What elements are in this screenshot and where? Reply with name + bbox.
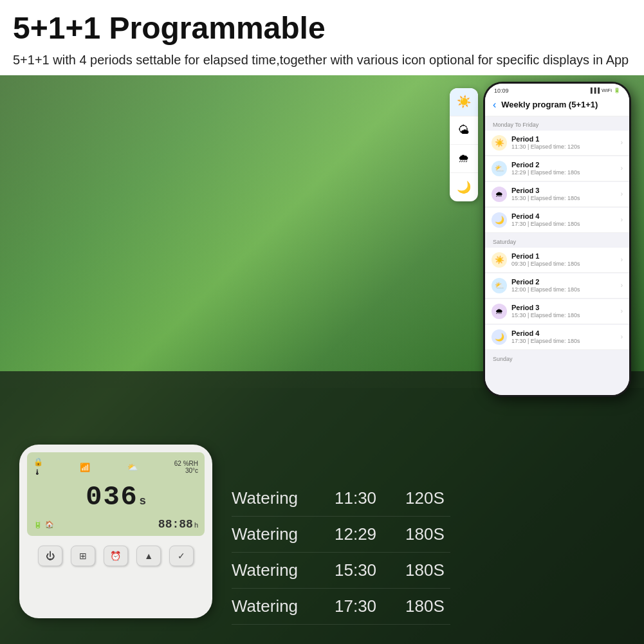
screen-s-unit: s xyxy=(140,494,146,508)
schedule-label-3: Watering xyxy=(232,596,315,616)
phone-back-button[interactable]: ‹ xyxy=(493,99,496,111)
period-name-1-3: Period 4 xyxy=(511,329,616,337)
main-title: 5+1+1 Programmable xyxy=(13,12,631,46)
period-time-1-2: 15:30 | Elapsed time: 180s xyxy=(511,312,616,318)
period-chevron-1-3: › xyxy=(621,333,623,340)
humidity-display: 62 %RH xyxy=(174,460,198,467)
device-btn-menu[interactable]: ⊞ xyxy=(71,546,95,566)
period-name-0-2: Period 3 xyxy=(511,187,616,194)
period-chevron-0-3: › xyxy=(621,216,623,223)
time-h-unit: h xyxy=(194,521,198,529)
page-wrapper: 5+1+1 Programmable 5+1+1 with 4 periods … xyxy=(0,0,644,644)
sub-title: 5+1+1 with 4 periods settable for elapse… xyxy=(13,51,631,69)
period-time-0-2: 15:30 | Elapsed time: 180s xyxy=(511,195,616,201)
schedule-label-2: Watering xyxy=(232,560,315,580)
schedule-duration-2: 180S xyxy=(405,560,450,580)
phone-period-item-1-1[interactable]: ⛅ Period 2 12:00 | Elapsed time: 180s › xyxy=(485,273,629,299)
schedule-row-3: Watering 17:30 180S xyxy=(232,589,450,625)
period-time-0-1: 12:29 | Elapsed time: 180s xyxy=(511,169,616,176)
period-info-1-1: Period 2 12:00 | Elapsed time: 180s xyxy=(511,278,616,293)
temp-icon: 🌡 xyxy=(33,468,43,477)
period-chevron-1-1: › xyxy=(621,282,623,289)
top-text-section: 5+1+1 Programmable 5+1+1 with 4 periods … xyxy=(0,0,644,75)
battery-row: 🔋 🏠 xyxy=(33,520,54,529)
period-time-1-1: 12:00 | Elapsed time: 180s xyxy=(511,286,616,293)
phone-container: 10:09 ▐▐▐ WiFi 🔋 ‹ Weekly program (5+1+1… xyxy=(483,82,631,397)
icon-strip-item-0[interactable]: ☀️ xyxy=(450,88,478,116)
phone-status-bar: 10:09 ▐▐▐ WiFi 🔋 xyxy=(485,84,629,95)
period-time-1-3: 17:30 | Elapsed time: 180s xyxy=(511,338,616,344)
phone-period-item-0-3[interactable]: 🌙 Period 4 17:30 | Elapsed time: 180s › xyxy=(485,208,629,233)
signal-icon: ▐▐▐ xyxy=(589,87,600,93)
schedule-time-3: 17:30 xyxy=(335,596,386,616)
device-btn-confirm[interactable]: ✓ xyxy=(169,546,194,566)
device-btn-up[interactable]: ▲ xyxy=(136,546,161,566)
phone-period-item-0-2[interactable]: 🌧 Period 3 15:30 | Elapsed time: 180s › xyxy=(485,182,629,207)
period-info-0-2: Period 3 15:30 | Elapsed time: 180s xyxy=(511,187,616,201)
device-body: 🔒 🌡 📶 ⛅ 62 %RH 30°c 036 s xyxy=(19,445,212,618)
icon-strip-item-1[interactable]: 🌤 xyxy=(450,116,478,145)
period-time-0-0: 11:30 | Elapsed time: 120s xyxy=(511,143,616,150)
schedule-row-1: Watering 12:29 180S xyxy=(232,517,450,553)
period-name-1-1: Period 2 xyxy=(511,278,616,286)
period-name-1-0: Period 1 xyxy=(511,252,616,260)
period-info-1-3: Period 4 17:30 | Elapsed time: 180s xyxy=(511,329,616,344)
screen-bottom-row: 🔋 🏠 88:88 h xyxy=(33,518,198,531)
phone-time: 10:09 xyxy=(494,87,509,94)
screen-number: 036 xyxy=(86,482,138,513)
period-icon-0-1: ⛅ xyxy=(492,161,507,176)
period-icon-0-2: 🌧 xyxy=(492,187,507,202)
cloud-icon: ⛅ xyxy=(127,463,138,472)
period-info-1-0: Period 1 09:30 | Elapsed time: 180s xyxy=(511,252,616,267)
period-info-1-2: Period 3 15:30 | Elapsed time: 180s xyxy=(511,304,616,318)
phone-period-item-1-3[interactable]: 🌙 Period 4 17:30 | Elapsed time: 180s › xyxy=(485,325,629,350)
period-icon-1-0: ☀️ xyxy=(492,252,507,268)
period-name-1-2: Period 3 xyxy=(511,304,616,311)
phone-nav: ‹ Weekly program (5+1+1) xyxy=(493,99,621,111)
phone-header-title: Weekly program (5+1+1) xyxy=(501,100,598,109)
battery-icon: 🔋 xyxy=(33,520,42,529)
period-chevron-1-0: › xyxy=(621,256,623,263)
phone-screen: 10:09 ▐▐▐ WiFi 🔋 ‹ Weekly program (5+1+1… xyxy=(485,84,629,395)
lock-icon: 🔒 xyxy=(33,457,43,466)
period-info-0-1: Period 2 12:29 | Elapsed time: 180s xyxy=(511,161,616,176)
schedule-label-0: Watering xyxy=(232,488,315,508)
phone-period-item-0-1[interactable]: ⛅ Period 2 12:29 | Elapsed time: 180s › xyxy=(485,156,629,181)
phone-content[interactable]: Monday To Friday ☀️ Period 1 11:30 | Ela… xyxy=(485,116,629,395)
icon-strip: ☀️🌤🌧🌙 xyxy=(450,88,478,201)
period-info-0-0: Period 1 11:30 | Elapsed time: 120s xyxy=(511,135,616,150)
icon-strip-item-2[interactable]: 🌧 xyxy=(450,145,478,173)
time-row: 88:88 h xyxy=(158,518,198,531)
phone-period-item-0-0[interactable]: ☀️ Period 1 11:30 | Elapsed time: 120s › xyxy=(485,131,629,156)
wifi-status-icon: WiFi xyxy=(602,87,612,93)
period-icon-1-3: 🌙 xyxy=(492,329,507,345)
schedule-time-1: 12:29 xyxy=(335,524,386,544)
period-chevron-0-1: › xyxy=(621,165,623,172)
period-icon-0-3: 🌙 xyxy=(492,212,507,228)
period-time-1-0: 09:30 | Elapsed time: 180s xyxy=(511,261,616,267)
period-chevron-0-0: › xyxy=(621,139,623,146)
screen-right-info: 62 %RH 30°c xyxy=(174,460,198,474)
period-icon-1-2: 🌧 xyxy=(492,304,507,319)
device-btn-power[interactable]: ⏻ xyxy=(38,546,62,566)
phone-body: 10:09 ▐▐▐ WiFi 🔋 ‹ Weekly program (5+1+1… xyxy=(483,82,631,397)
time-display: 88:88 xyxy=(158,518,193,531)
screen-center: 036 s xyxy=(33,482,198,513)
schedule-duration-1: 180S xyxy=(405,524,450,544)
schedule-row-0: Watering 11:30 120S xyxy=(232,481,450,517)
period-name-0-1: Period 2 xyxy=(511,161,616,169)
phone-period-item-1-0[interactable]: ☀️ Period 1 09:30 | Elapsed time: 180s › xyxy=(485,248,629,273)
schedule-duration-3: 180S xyxy=(405,596,450,616)
period-icon-1-1: ⛅ xyxy=(492,278,507,293)
schedule-labels: Watering 11:30 120S Watering 12:29 180S … xyxy=(232,481,450,625)
phone-section-label-1: Saturday xyxy=(485,234,629,248)
schedule-time-0: 11:30 xyxy=(335,488,386,508)
schedule-duration-0: 120S xyxy=(405,488,450,508)
phone-section-label-0: Monday To Friday xyxy=(485,116,629,131)
schedule-label-1: Watering xyxy=(232,524,315,544)
icon-strip-item-3[interactable]: 🌙 xyxy=(450,173,478,201)
device-btn-clock[interactable]: ⏰ xyxy=(104,546,128,566)
phone-period-item-1-2[interactable]: 🌧 Period 3 15:30 | Elapsed time: 180s › xyxy=(485,299,629,324)
device-container: 🔒 🌡 📶 ⛅ 62 %RH 30°c 036 s xyxy=(19,445,219,625)
period-chevron-1-2: › xyxy=(621,308,623,315)
